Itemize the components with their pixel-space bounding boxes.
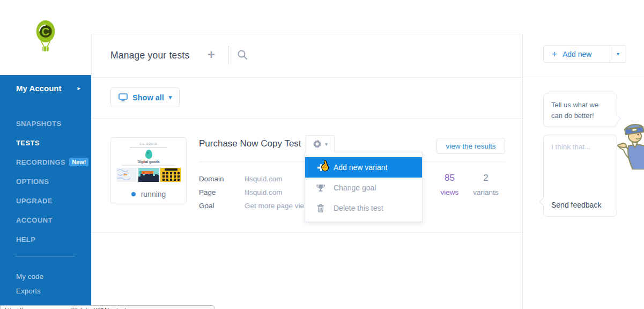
caret-down-icon: ▾ (169, 94, 172, 101)
app-window: C My Account ▸ SNAPSHOTS TESTS RECORDING… (0, 0, 644, 309)
caret-down-icon: ▾ (325, 141, 328, 147)
sidebar-nav-panel: My Account ▸ SNAPSHOTS TESTS RECORDINGS … (0, 75, 91, 309)
variants-count: 2 (464, 173, 507, 183)
menu-item-delete-test[interactable]: Delete this test (305, 198, 422, 218)
menu-label: Delete this test (334, 204, 383, 212)
preview-site-name: LIL SQUID (114, 141, 183, 145)
sidebar-item-account[interactable]: ACCOUNT (0, 210, 91, 230)
views-stat: 85 views (430, 173, 470, 196)
feedback-widget: Send feedback (543, 135, 617, 217)
field-value: Get more page vie (245, 202, 304, 215)
search-icon[interactable] (237, 49, 248, 62)
my-account-label: My Account (16, 84, 77, 93)
site-preview: LIL SQUID Digital goods (114, 141, 183, 186)
sidebar-item-upgrade[interactable]: UPGRADE (0, 191, 91, 210)
monitor-icon (119, 93, 128, 101)
add-new-caret[interactable]: ▾ (610, 46, 626, 62)
sidebar: C My Account ▸ SNAPSHOTS TESTS RECORDING… (0, 0, 91, 309)
section-divider (92, 77, 522, 78)
sidebar-item-snapshots[interactable]: SNAPSHOTS (0, 114, 91, 133)
balloon-logo-icon: C (32, 20, 60, 55)
add-test-icon[interactable]: + (205, 48, 218, 61)
sidebar-item-my-code[interactable]: My code (0, 269, 91, 284)
preview-heading: Digital goods (114, 160, 183, 164)
mascot-illustration (617, 121, 644, 170)
menu-label: Change goal (334, 183, 376, 192)
nav-label: OPTIONS (16, 178, 49, 186)
test-settings-menu: Add new variant ☝ Change goal Delete thi… (305, 152, 423, 222)
field-label: Domain (199, 175, 245, 188)
sidebar-item-my-account[interactable]: My Account ▸ (0, 75, 91, 101)
gear-icon (313, 139, 322, 149)
header-divider (228, 46, 229, 65)
status-label: running (141, 190, 166, 198)
sidebar-item-tests[interactable]: TESTS (0, 133, 91, 152)
sidebar-item-recordings[interactable]: RECORDINGS New! (0, 152, 91, 172)
section-divider (92, 232, 522, 233)
nav-label: UPGRADE (16, 197, 53, 205)
trophy-icon (316, 184, 325, 192)
add-new-button[interactable]: + Add new ▾ (543, 45, 626, 63)
nav-label: HELP (16, 236, 35, 244)
trash-icon (316, 204, 325, 212)
test-status: running (114, 190, 183, 198)
add-new-main: + Add new (544, 46, 610, 62)
send-feedback-button[interactable]: Send feedback (551, 201, 601, 209)
preview-image-tiles (114, 168, 183, 182)
nav-label: RECORDINGS (16, 158, 65, 166)
menu-item-add-new-variant[interactable]: Add new variant ☝ (305, 157, 422, 178)
sidebar-item-options[interactable]: OPTIONS (0, 172, 91, 191)
test-thumbnail[interactable]: LIL SQUID Digital goods (110, 137, 187, 203)
bubble-tail (539, 198, 547, 205)
feedback-prompt-text: Tell us what we can do better! (551, 101, 598, 120)
page-title: Manage your tests (110, 50, 189, 61)
figures-tile (160, 168, 181, 182)
menu-label: Add new variant (334, 163, 387, 172)
plus-icon: + (552, 49, 557, 60)
section-divider (92, 118, 522, 119)
sidebar-nav: SNAPSHOTS TESTS RECORDINGS New! OPTIONS … (0, 114, 91, 249)
preview-egg-logo (145, 150, 152, 159)
field-value: lilsquid.com (245, 175, 283, 188)
brand-logo[interactable]: C (0, 0, 91, 75)
city-tile (138, 168, 159, 182)
sketch-tile (116, 168, 137, 182)
status-bar: https://app.crazyegg.com/#/ab-test/#24/v… (0, 305, 214, 309)
sidebar-item-exports[interactable]: Exports (0, 284, 91, 298)
nav-label: TESTS (16, 139, 40, 147)
add-new-label: Add new (562, 50, 591, 58)
field-value: lilsquid.com (245, 188, 283, 201)
caret-down-icon: ▾ (617, 51, 619, 57)
feedback-prompt-bubble: Tell us what we can do better! (543, 93, 617, 127)
sidebar-divider (15, 256, 75, 256)
status-url: https://app.crazyegg.com/#/ab-test/#24/v… (5, 307, 129, 309)
test-settings-dropdown-trigger[interactable]: ▾ (306, 135, 335, 152)
chevron-right-icon: ▸ (77, 85, 80, 92)
nav-label: ACCOUNT (16, 216, 53, 224)
rail-divider (523, 77, 644, 77)
preview-nav-bar (130, 147, 167, 148)
menu-item-change-goal[interactable]: Change goal (305, 178, 422, 198)
view-results-button[interactable]: view the results (436, 138, 505, 154)
svg-text:C: C (42, 25, 50, 38)
show-all-label: Show all (132, 93, 164, 102)
sidebar-footer: My code Exports (0, 269, 91, 298)
views-count: 85 (430, 173, 470, 183)
status-dot-icon (131, 192, 136, 196)
preview-subtext-bar (122, 165, 175, 166)
variants-stat: 2 variants (464, 173, 507, 196)
variants-label: variants (464, 188, 507, 196)
new-badge: New! (69, 158, 88, 166)
feedback-input[interactable] (544, 135, 617, 194)
views-label: views (430, 188, 470, 196)
field-label: Page (199, 188, 245, 201)
field-label: Goal (199, 202, 245, 215)
show-all-dropdown[interactable]: Show all ▾ (110, 87, 180, 107)
sidebar-item-help[interactable]: HELP (0, 230, 91, 249)
test-title: Purchase Now Copy Test (199, 138, 301, 149)
nav-label: SNAPSHOTS (16, 120, 62, 128)
